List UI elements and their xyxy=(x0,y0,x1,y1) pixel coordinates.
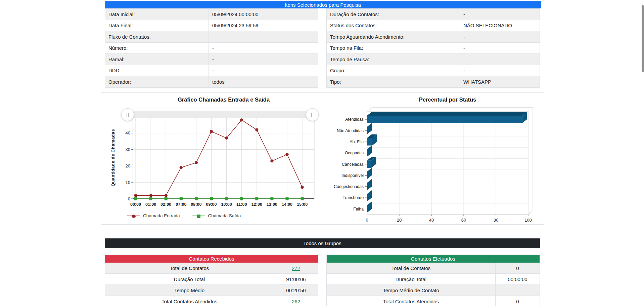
stat-row-value: 272 xyxy=(274,263,318,273)
stat-row-label: Duração Total xyxy=(105,274,274,284)
svg-text:Transbordo: Transbordo xyxy=(343,195,364,200)
search-criteria-title: Itens Selecionados para Pesquisa xyxy=(285,2,361,8)
svg-text:00:00: 00:00 xyxy=(130,202,141,207)
criteria-row-label: DDD: xyxy=(105,65,209,76)
svg-text:02:00: 02:00 xyxy=(160,202,171,207)
criteria-row-value: 05/09/2024 00:00:00 xyxy=(209,9,318,20)
criteria-row: Tempo na Fila:- xyxy=(327,43,540,54)
criteria-row-label: Tempo na Fila: xyxy=(327,43,460,54)
svg-text:14:00: 14:00 xyxy=(282,202,292,207)
charts-card: Gráfico Chamadas Entrada e Saída 0102030… xyxy=(101,92,544,225)
vertical-scrollbar-thumb[interactable] xyxy=(642,5,644,72)
criteria-row-label: Grupo: xyxy=(327,65,460,76)
criteria-row-value: 05/09/2024 23:59:59 xyxy=(209,20,318,31)
svg-text:Atendidas: Atendidas xyxy=(345,117,364,122)
criteria-row: Ramal:- xyxy=(105,54,318,65)
svg-text:100: 100 xyxy=(524,218,532,223)
made-table-rows: Total de Contatos0Duração Total00:00:00T… xyxy=(327,263,540,306)
stat-row-label: Duração Total xyxy=(327,274,495,284)
criteria-row: Duração de Contatos:- xyxy=(327,9,540,20)
stat-row-link[interactable]: 272 xyxy=(292,265,300,271)
criteria-row-value xyxy=(209,31,318,42)
svg-text:09:00: 09:00 xyxy=(206,202,217,207)
legend-item[interactable]: Chamada Entrada xyxy=(127,213,180,218)
criteria-row-value: - xyxy=(209,54,318,65)
stat-row-label: Total de Contatos xyxy=(105,263,274,273)
criteria-row-label: Duração de Contatos: xyxy=(327,9,460,20)
criteria-row: Tipo:WHATSAPP xyxy=(327,76,540,87)
legend-item[interactable]: Chamada Saída xyxy=(192,213,241,218)
groups-band-title: Todos os Grupos xyxy=(303,240,341,246)
stat-row: Tempo Médio00:20:50 xyxy=(105,285,318,296)
svg-text:15:00: 15:00 xyxy=(297,202,308,207)
criteria-row-label: Tempo de Pausa: xyxy=(327,54,460,65)
bar-chart-svg: AtendidasNão AtendidasAb. FilaOcupadasCa… xyxy=(323,93,544,224)
grip-icon xyxy=(127,113,129,117)
criteria-row: Data Inicial:05/09/2024 00:00:00 xyxy=(105,9,318,20)
groups-band: Todos os Grupos xyxy=(105,238,540,248)
criteria-row-value: - xyxy=(209,43,318,54)
stat-row-label: Total de Contatos xyxy=(327,263,495,273)
stat-row: Total de Contatos272 xyxy=(105,263,318,274)
svg-text:Indisponível: Indisponível xyxy=(341,173,364,178)
svg-text:0: 0 xyxy=(128,196,130,201)
stat-row-value: 00:20:50 xyxy=(274,285,318,296)
criteria-row-value: NÃO SELECIONADO xyxy=(460,20,540,31)
criteria-row-value: - xyxy=(460,31,540,42)
range-slider-track[interactable] xyxy=(132,111,312,118)
range-slider-left-handle[interactable] xyxy=(121,108,134,121)
criteria-row: Data Final:05/09/2024 23:59:59 xyxy=(105,20,318,32)
svg-text:Não Atendidas: Não Atendidas xyxy=(337,128,364,133)
criteria-row-value: WHATSAPP xyxy=(460,76,540,87)
received-table: Contatos Recebidos Total de Contatos272D… xyxy=(105,255,318,306)
stat-row-link[interactable]: 262 xyxy=(292,299,300,304)
svg-text:40: 40 xyxy=(126,130,130,136)
criteria-row-label: Tipo: xyxy=(327,76,460,87)
svg-text:08:00: 08:00 xyxy=(191,202,201,207)
svg-text:40: 40 xyxy=(429,218,434,223)
criteria-row: Grupo:- xyxy=(327,65,540,77)
svg-text:Ab. Fila: Ab. Fila xyxy=(350,140,364,144)
criteria-row-label: Data Final: xyxy=(105,20,209,31)
search-criteria-header: Itens Selecionados para Pesquisa xyxy=(105,1,541,8)
stat-row-value: 91:00:06 xyxy=(274,274,318,284)
criteria-row-label: Operador: xyxy=(105,76,209,87)
criteria-row-value: - xyxy=(460,43,540,54)
stat-row-value: 262 xyxy=(274,296,318,306)
bar-chart-region: Percentual por Status AtendidasNão Atend… xyxy=(323,93,544,224)
stat-row-label: Tempo Médio de Contato xyxy=(327,285,495,296)
svg-text:Quantidade de Chamadas: Quantidade de Chamadas xyxy=(110,129,116,187)
made-table-header: Contatos Efetuados xyxy=(327,255,540,263)
svg-text:0: 0 xyxy=(366,218,368,223)
svg-text:30: 30 xyxy=(126,147,130,152)
grip-icon xyxy=(311,113,313,117)
circle-marker-icon xyxy=(132,215,136,218)
criteria-row-value: todos xyxy=(209,76,318,87)
svg-text:20: 20 xyxy=(397,218,402,223)
square-marker-icon xyxy=(197,215,200,218)
report-page: Itens Selecionados para Pesquisa Data In… xyxy=(0,0,644,306)
criteria-row-value: - xyxy=(209,65,318,76)
svg-text:10:00: 10:00 xyxy=(221,202,232,207)
criteria-table-right: Duração de Contatos:-Status dos Contatos… xyxy=(326,8,540,88)
criteria-row-label: Status dos Contatos: xyxy=(327,20,460,31)
legend-label: Chamada Entrada xyxy=(143,213,180,218)
svg-text:Falha: Falha xyxy=(353,207,364,212)
svg-text:11:00: 11:00 xyxy=(236,202,247,207)
stat-row-label: Tempo Médio xyxy=(105,285,274,296)
svg-text:Ocupadas: Ocupadas xyxy=(345,151,364,155)
criteria-row: Fluxo de Contatos: xyxy=(105,31,318,43)
made-table: Contatos Efetuados Total de Contatos0Dur… xyxy=(326,255,540,306)
criteria-row: Status dos Contatos:NÃO SELECIONADO xyxy=(327,20,540,32)
criteria-row: Tempo Aguardando Atendimento:- xyxy=(327,31,540,43)
stat-row-label: Total Contatos Atendidos xyxy=(105,296,274,306)
svg-text:12:00: 12:00 xyxy=(251,202,262,207)
criteria-row: Tempo de Pausa: xyxy=(327,54,540,65)
criteria-row-value xyxy=(460,54,540,65)
criteria-row-value: - xyxy=(460,9,540,20)
range-slider-right-handle[interactable] xyxy=(306,108,319,121)
received-table-header: Contatos Recebidos xyxy=(105,255,318,263)
criteria-row: Número:- xyxy=(105,43,318,54)
stat-row-value: 0 xyxy=(495,296,540,306)
svg-text:10: 10 xyxy=(126,180,130,185)
